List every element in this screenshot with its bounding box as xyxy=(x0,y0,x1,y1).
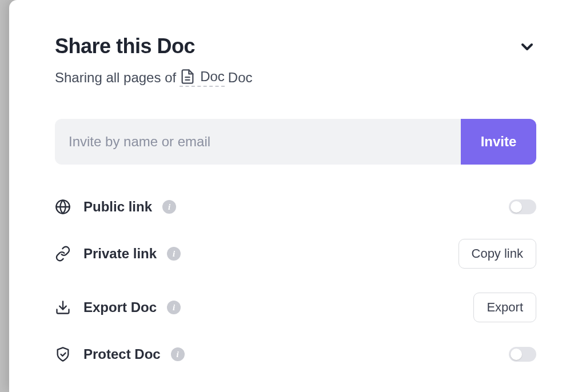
protect-doc-toggle[interactable] xyxy=(509,347,536,362)
info-icon[interactable]: i xyxy=(171,347,185,361)
export-button[interactable]: Export xyxy=(473,293,536,322)
info-icon[interactable]: i xyxy=(162,200,176,214)
option-export-doc: Export Doc i Export xyxy=(55,293,536,322)
public-link-toggle[interactable] xyxy=(509,199,536,214)
modal-title: Share this Doc xyxy=(55,34,195,58)
shield-icon xyxy=(55,346,71,362)
option-private-link: Private link i Copy link xyxy=(55,239,536,269)
option-public-link: Public link i xyxy=(55,199,536,215)
invite-input[interactable] xyxy=(55,119,461,165)
chevron-down-icon[interactable] xyxy=(518,38,536,58)
info-icon[interactable]: i xyxy=(167,301,181,314)
subtitle-prefix: Sharing all pages of xyxy=(55,70,176,86)
modal-header: Share this Doc xyxy=(55,34,536,58)
option-protect-doc: Protect Doc i xyxy=(55,346,536,362)
share-modal: Share this Doc Sharing all pages of Doc … xyxy=(9,0,582,392)
link-icon xyxy=(55,246,71,262)
invite-row: Invite xyxy=(55,119,536,165)
download-icon xyxy=(55,299,71,315)
doc-selector[interactable]: Doc xyxy=(180,69,225,87)
document-icon xyxy=(180,69,196,85)
modal-subtitle: Sharing all pages of Doc Doc xyxy=(55,69,536,87)
private-link-label: Private link xyxy=(83,246,157,262)
doc-name: Doc xyxy=(228,70,253,86)
protect-doc-label: Protect Doc xyxy=(83,346,161,362)
info-icon[interactable]: i xyxy=(167,247,181,261)
export-doc-label: Export Doc xyxy=(83,299,157,315)
share-options: Public link i Private link i Copy link xyxy=(55,199,536,362)
globe-icon xyxy=(55,199,71,215)
copy-link-button[interactable]: Copy link xyxy=(459,239,536,269)
public-link-label: Public link xyxy=(83,199,152,215)
doc-label: Doc xyxy=(200,69,225,85)
invite-button[interactable]: Invite xyxy=(461,119,536,165)
